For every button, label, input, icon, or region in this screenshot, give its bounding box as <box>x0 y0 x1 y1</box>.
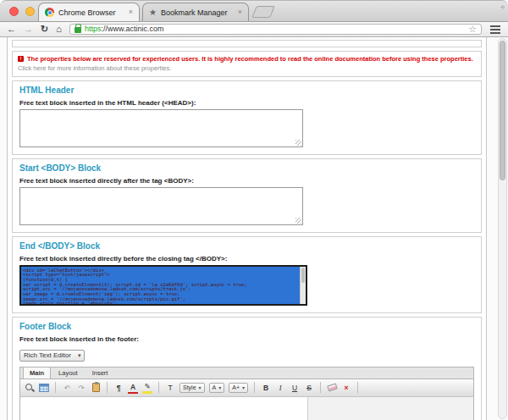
back-button[interactable]: ← <box>7 25 16 34</box>
toolbar-separator <box>254 382 255 393</box>
paste-button[interactable] <box>91 382 101 394</box>
toolbar-separator <box>357 382 358 393</box>
scrollbar-thumb[interactable] <box>500 41 505 180</box>
field-label: Free text block inserted in the HTML hea… <box>19 99 474 107</box>
minimize-window-button[interactable] <box>25 7 35 16</box>
page-content: ! The properties below are reserved for … <box>7 37 487 420</box>
tab-layout[interactable]: Layout <box>52 367 85 379</box>
section-end-body: End </BODY> Block Free text block insert… <box>12 236 482 313</box>
viewport: ! The properties below are reserved for … <box>0 37 508 420</box>
rich-text-editor: Main Layout Insert ↶ ↷ ¶ A ✎ <box>19 367 474 420</box>
editor-canvas[interactable] <box>20 397 308 420</box>
secure-lock-icon <box>75 27 81 33</box>
bold-button[interactable]: B <box>261 382 271 394</box>
field-label: Free text block inserted in the footer: <box>19 335 474 343</box>
chevron-down-icon: ▾ <box>242 384 245 390</box>
address-bar[interactable]: https://www.actinic.com ☆ <box>69 24 482 35</box>
undo-button[interactable]: ↶ <box>62 382 72 394</box>
warning-text: The properties below are reserved for ex… <box>27 55 473 63</box>
field-label: Free text block inserted directly after … <box>19 177 474 185</box>
code-line: image.style.position = 'absolute'; <box>23 301 297 306</box>
tab-label: Bookmark Manager <box>161 8 228 17</box>
forward-button[interactable]: → <box>24 25 33 34</box>
home-button[interactable]: ⌂ <box>56 25 62 34</box>
textarea-scrollbar[interactable] <box>300 267 306 304</box>
editor-mode-select[interactable]: Rich Text Editor ▾ <box>19 350 85 362</box>
search-icon <box>25 383 35 393</box>
resize-grip[interactable] <box>295 218 301 224</box>
warning-box: ! The properties below are reserved for … <box>12 51 482 77</box>
field-label: Free text block inserted directly before… <box>19 255 474 262</box>
url-text: ://www.actinic.com <box>101 25 163 33</box>
font-size-decrease-select[interactable]: A ▾ <box>209 383 225 393</box>
warning-icon: ! <box>18 56 24 62</box>
tab-main[interactable]: Main <box>23 367 51 379</box>
page-scrollbar[interactable] <box>498 38 507 419</box>
toolbar-separator <box>158 382 159 393</box>
font-size-decrease-label: A <box>213 384 217 390</box>
section-title: Footer Block <box>19 322 474 331</box>
clipboard-icon <box>92 383 100 392</box>
tab-strip: Chrome Browser × ★ Bookmark Manager × » <box>0 0 508 22</box>
reload-button[interactable]: ↻ <box>41 25 48 34</box>
text-color-button[interactable]: A <box>128 382 138 394</box>
menu-button[interactable] <box>489 25 501 35</box>
end-body-textarea[interactable]: <div id='laChatButton'></div> <script ty… <box>19 265 307 306</box>
insert-table-button[interactable] <box>39 382 49 394</box>
font-size-increase-select[interactable]: A+ ▾ <box>229 383 248 393</box>
italic-button[interactable]: I <box>275 382 285 394</box>
close-window-button[interactable] <box>9 7 19 16</box>
style-select[interactable]: Style ▾ <box>179 383 205 393</box>
toolbar-separator <box>320 382 321 393</box>
browser-window: Chrome Browser × ★ Bookmark Manager × » … <box>0 0 508 420</box>
section-title: HTML Header <box>19 86 474 95</box>
highlight-color-button[interactable]: ✎ <box>142 382 152 394</box>
bookmark-star-icon[interactable]: ☆ <box>468 25 477 34</box>
section-title: End </BODY> Block <box>19 241 474 251</box>
toolbar-separator <box>55 382 56 393</box>
tab-label: Chrome Browser <box>58 8 116 17</box>
chevron-down-icon: ▾ <box>199 384 202 390</box>
section-footer-block: Footer Block Free text block inserted in… <box>12 317 482 420</box>
tab-close-icon[interactable]: × <box>238 8 242 16</box>
more-info-link[interactable]: Click here for more information about th… <box>18 64 476 72</box>
editor-tab-bar: Main Layout Insert <box>20 368 473 379</box>
url-protocol: https <box>85 25 102 33</box>
toolbar-separator <box>107 382 108 393</box>
browser-toolbar: ← → ↻ ⌂ https://www.actinic.com ☆ <box>0 22 508 37</box>
star-icon: ★ <box>149 8 157 17</box>
expand-icon: » <box>498 3 507 12</box>
chevron-down-icon: ▾ <box>218 384 221 390</box>
section-start-body: Start <BODY> Block Free text block inser… <box>12 158 482 233</box>
tab-close-icon[interactable]: × <box>129 8 133 16</box>
clear-format-button[interactable]: T <box>165 382 175 394</box>
find-button[interactable] <box>25 382 35 394</box>
html-header-textarea[interactable] <box>19 109 303 147</box>
editor-toolbar: ↶ ↷ ¶ A ✎ T Style ▾ <box>20 379 473 397</box>
new-tab-button[interactable] <box>251 6 275 18</box>
eraser-icon <box>327 383 338 391</box>
tab-insert[interactable]: Insert <box>86 367 115 379</box>
chrome-logo-icon <box>45 8 54 17</box>
erase-button[interactable] <box>327 382 337 394</box>
highlighter-icon: ✎ <box>144 383 150 390</box>
paragraph-marks-button[interactable]: ¶ <box>113 382 124 394</box>
table-icon <box>39 384 49 392</box>
section-html-header: HTML Header Free text block inserted in … <box>12 80 482 155</box>
scrolled-section-remnant <box>12 40 482 47</box>
delete-button[interactable]: × <box>341 382 351 394</box>
tab-bookmark-manager[interactable]: ★ Bookmark Manager × <box>142 3 249 21</box>
chevron-down-icon: ▾ <box>78 352 81 359</box>
resize-grip[interactable] <box>295 140 301 146</box>
start-body-textarea[interactable] <box>19 187 303 225</box>
editor-mode-value: Rich Text Editor <box>24 351 71 359</box>
font-size-increase-label: A+ <box>232 384 240 390</box>
redo-button[interactable]: ↷ <box>76 382 86 394</box>
underline-button[interactable]: U <box>290 382 300 394</box>
section-title: Start <BODY> Block <box>19 163 474 173</box>
editor-grey-area <box>308 397 473 420</box>
tab-chrome-browser[interactable]: Chrome Browser × <box>38 3 140 21</box>
editor-body <box>20 397 473 420</box>
strikethrough-button[interactable]: S <box>304 382 314 394</box>
style-select-value: Style <box>183 384 196 390</box>
